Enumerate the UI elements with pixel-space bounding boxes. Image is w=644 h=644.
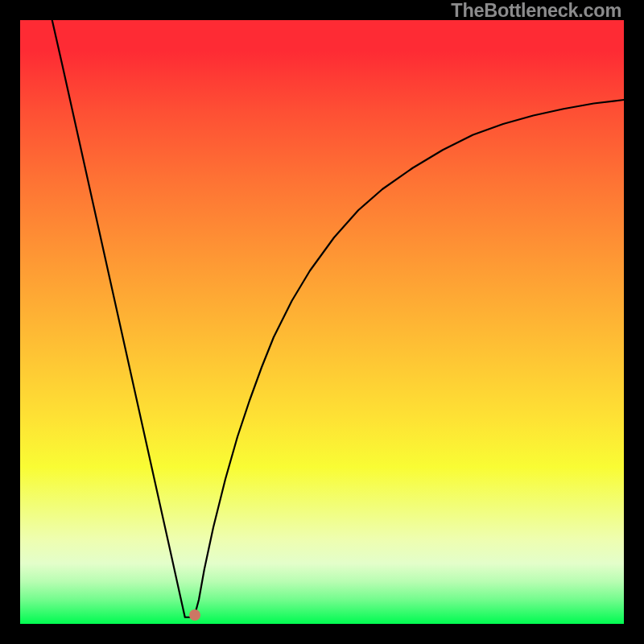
bottleneck-curve (20, 20, 624, 624)
chart-plot-area (20, 20, 624, 624)
watermark-text: TheBottleneck.com (451, 0, 621, 22)
optimum-marker (189, 609, 200, 621)
